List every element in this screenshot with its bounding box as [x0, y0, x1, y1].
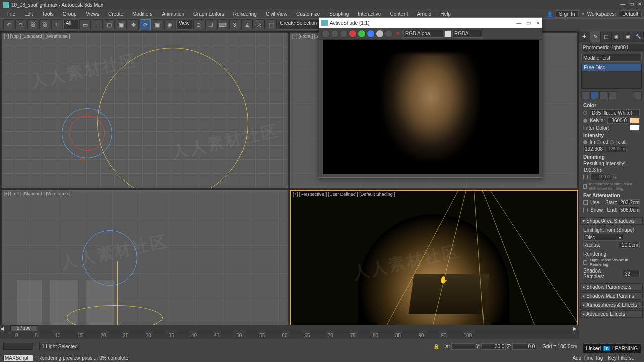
tab-hierarchy[interactable]: ◳	[601, 31, 612, 42]
show-atten-check[interactable]	[583, 208, 588, 212]
use-atten-check[interactable]	[583, 200, 588, 205]
menu-customize[interactable]: Customize	[292, 11, 324, 17]
spinner-snap-button[interactable]: ⬚	[266, 19, 277, 30]
tab-motion[interactable]: ◉	[612, 31, 623, 42]
shadow-samples-dropdown[interactable]: 32	[623, 270, 640, 277]
kelvin-radio[interactable]	[583, 119, 587, 123]
undo-button[interactable]: ↶	[3, 19, 14, 30]
preset-radio[interactable]	[583, 111, 587, 115]
bind-button[interactable]: ≋	[51, 19, 62, 30]
pin-stack-button[interactable]	[581, 91, 589, 99]
scale-button[interactable]: ▣	[152, 19, 163, 30]
viewport-perspective[interactable]: [+] [Perspective ] [User Defined ] [Defa…	[290, 190, 578, 346]
kelvin-spinner[interactable]: 3600.0	[607, 117, 628, 124]
move-button[interactable]: ✥	[128, 19, 139, 30]
modifier-list-dropdown[interactable]: Modifier List	[581, 54, 642, 62]
rollout-shadow-parameters[interactable]: Shadow Parameters	[580, 283, 643, 291]
menu-tools[interactable]: Tools	[38, 11, 57, 17]
menu-interactive[interactable]: Interactive	[354, 11, 385, 17]
as-minimize-button[interactable]: —	[516, 20, 521, 26]
as-channel-dropdown[interactable]	[403, 30, 443, 38]
rect-region-button[interactable]: ▢	[104, 19, 115, 30]
configure-sets-button[interactable]	[634, 91, 642, 99]
snap-button[interactable]: 3	[229, 19, 240, 30]
tab-modify[interactable]: ✎	[590, 31, 601, 42]
rollout-shape-shadows[interactable]: Shape/Area Shadows	[580, 217, 643, 225]
key-filters-button[interactable]: Key Filters...	[608, 355, 636, 361]
as-copy-button[interactable]	[331, 30, 339, 38]
show-end-result-button[interactable]	[590, 91, 598, 99]
select-button[interactable]: ▭	[79, 19, 91, 30]
redo-button[interactable]: ↷	[15, 19, 26, 30]
signin-button[interactable]: Sign In	[556, 10, 579, 18]
lamp-shift-check[interactable]	[583, 184, 587, 189]
select-name-button[interactable]: ≡	[92, 19, 103, 30]
selection-filter-dropdown[interactable]: All	[63, 20, 78, 30]
make-unique-button[interactable]	[599, 91, 607, 99]
menu-graph-editors[interactable]: Graph Editors	[189, 11, 228, 17]
kelvin-swatch[interactable]	[630, 118, 640, 124]
as-bg-swatch[interactable]	[444, 30, 451, 37]
viewport-left-label[interactable]: [+] [Left ] [Standard ] [Wireframe ]	[4, 191, 70, 196]
workspaces-dropdown[interactable]: Default	[619, 10, 642, 18]
maxscript-listener[interactable]: MAXScript Mi	[3, 355, 33, 361]
atten-end-spinner[interactable]: 508.0cm	[619, 207, 640, 213]
remove-modifier-button[interactable]	[608, 91, 616, 99]
lx-radio[interactable]	[610, 140, 614, 144]
as-clear-button[interactable]: ✕	[394, 31, 402, 36]
dimming-check[interactable]	[583, 175, 588, 179]
menu-animation[interactable]: Animation	[158, 11, 188, 17]
maximize-button[interactable]: ▭	[629, 1, 634, 7]
time-slider[interactable]: ◀ 0 / 100 ▶	[0, 325, 579, 332]
viewport-top[interactable]: [+] [Top ] [Standard ] [Wireframe ]	[1, 32, 289, 189]
as-mode-dropdown[interactable]	[452, 30, 482, 38]
radius-spinner[interactable]: 20.0cm	[619, 242, 640, 248]
time-tag-button[interactable]: Add Time Tag	[572, 355, 603, 361]
menu-group[interactable]: Group	[59, 11, 81, 17]
menu-arnold[interactable]: Arnold	[413, 11, 435, 17]
link-button[interactable]: ⛓	[27, 19, 38, 30]
viewport-top-label[interactable]: [+] [Top ] [Standard ] [Wireframe ]	[4, 34, 70, 39]
atten-start-spinner[interactable]: 203.2cm	[619, 199, 640, 206]
menu-file[interactable]: File	[3, 11, 19, 17]
unlink-button[interactable]: ⛓	[39, 19, 50, 30]
cd-radio[interactable]	[597, 140, 601, 144]
color-preset-dropdown[interactable]: D65 Illu…e White)	[590, 109, 640, 116]
activeshade-framebuffer[interactable]	[323, 40, 539, 174]
viewport-left[interactable]: [+] [Left ] [Standard ] [Wireframe ]	[1, 190, 289, 346]
as-red-channel[interactable]	[349, 30, 357, 38]
time-slider-knob[interactable]: 0 / 100	[10, 325, 37, 331]
shape-dropdown[interactable]: Disc▾	[583, 234, 623, 241]
rollout-advanced-effects[interactable]: Advanced Effects	[580, 310, 643, 318]
light-shape-visible-check[interactable]	[583, 260, 587, 265]
manip-button[interactable]: ☐	[205, 19, 216, 30]
minimize-button[interactable]: —	[620, 1, 625, 7]
menu-modifiers[interactable]: Modifiers	[128, 11, 157, 17]
menu-rendering[interactable]: Rendering	[229, 11, 261, 17]
menu-civil-view[interactable]: Civil View	[262, 11, 291, 17]
rollout-atmospheres-effects[interactable]: Atmospheres & Effects	[580, 301, 643, 309]
x-spinner[interactable]	[451, 343, 475, 350]
modifier-stack[interactable]: Free Disc	[581, 64, 642, 89]
as-clone-button[interactable]	[340, 30, 348, 38]
menu-edit[interactable]: Edit	[20, 11, 37, 17]
object-name-field[interactable]	[581, 44, 644, 51]
filter-color-swatch[interactable]	[630, 125, 640, 131]
rotate-gizmo[interactable]	[82, 230, 137, 286]
z-spinner[interactable]: 0.0	[512, 343, 536, 350]
as-maximize-button[interactable]: ▭	[526, 20, 531, 26]
track-bar[interactable]: 0 5 10 15 20 25 30 35 40 45 50 55 60 65 …	[0, 332, 579, 339]
angle-snap-button[interactable]: ∡	[242, 19, 253, 30]
keymode-button[interactable]: ⌨	[217, 19, 228, 30]
viewport-persp-label[interactable]: [+] [Perspective ] [User Defined ] [Defa…	[293, 192, 395, 197]
y-spinner[interactable]: -30.0	[481, 343, 506, 350]
intensity-spinner[interactable]: 192.308	[583, 146, 604, 152]
menu-help[interactable]: Help	[436, 11, 455, 17]
as-mono-channel[interactable]	[385, 30, 393, 38]
close-button[interactable]: ✕	[638, 1, 642, 7]
placement-button[interactable]: ◉	[164, 19, 175, 30]
activeshade-titlebar[interactable]: ActiveShade (1:1) — ▭ ✕	[319, 18, 542, 28]
menu-create[interactable]: Create	[104, 11, 127, 17]
as-save-button[interactable]	[321, 30, 330, 38]
menu-content[interactable]: Content	[386, 11, 412, 17]
